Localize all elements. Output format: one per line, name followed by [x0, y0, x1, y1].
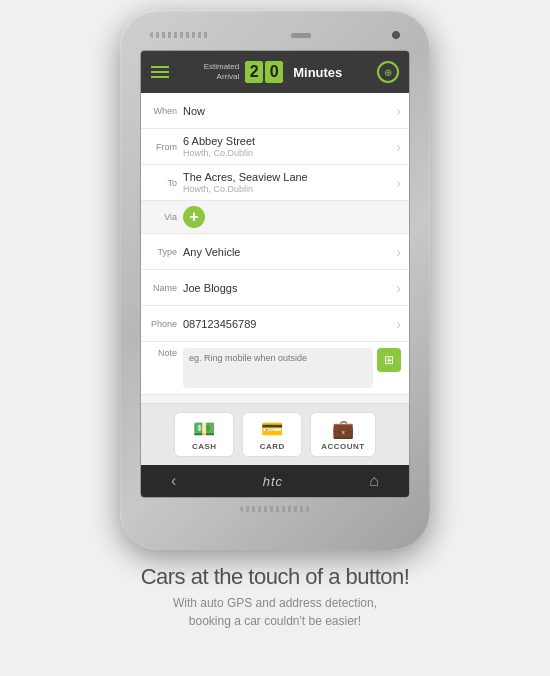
account-button[interactable]: 💼 ACCOUNT — [310, 412, 376, 457]
note-send-button[interactable]: ⊞ — [377, 348, 401, 372]
phone-content: 087123456789 — [183, 318, 396, 330]
when-row[interactable]: When Now › — [141, 93, 409, 129]
when-value: Now — [183, 105, 396, 117]
phone-label: Phone — [149, 319, 183, 329]
type-content: Any Vehicle — [183, 246, 396, 258]
from-sub: Howth, Co.Dublin — [183, 148, 396, 158]
add-via-button[interactable]: + — [183, 206, 205, 228]
via-row: Via + — [141, 201, 409, 234]
name-row[interactable]: Name Joe Bloggs › — [141, 270, 409, 306]
time-display: 2 0 — [245, 61, 283, 83]
via-label: Via — [149, 212, 183, 222]
from-value: 6 Abbey Street — [183, 135, 396, 147]
from-row[interactable]: From 6 Abbey Street Howth, Co.Dublin › — [141, 129, 409, 165]
to-sub: Howth, Co.Dublin — [183, 184, 396, 194]
when-content: Now — [183, 105, 396, 117]
phone-screen: EstimatedArrival 2 0 Minutes ⊕ When Now … — [140, 50, 410, 498]
form-area: When Now › From 6 Abbey Street Howth, Co… — [141, 93, 409, 403]
bottom-speaker — [240, 506, 310, 512]
note-input[interactable] — [183, 348, 373, 388]
app-header: EstimatedArrival 2 0 Minutes ⊕ — [141, 51, 409, 93]
phone-top — [130, 24, 420, 46]
card-label: CARD — [260, 442, 285, 451]
type-value: Any Vehicle — [183, 246, 396, 258]
to-arrow: › — [396, 175, 401, 191]
minutes-label: Minutes — [293, 65, 342, 80]
gps-icon[interactable]: ⊕ — [377, 61, 399, 83]
when-arrow: › — [396, 103, 401, 119]
type-arrow: › — [396, 244, 401, 260]
time-digit-tens: 2 — [245, 61, 263, 83]
from-label: From — [149, 142, 183, 152]
card-icon: 💳 — [261, 418, 283, 440]
phone-row[interactable]: Phone 087123456789 › — [141, 306, 409, 342]
menu-button[interactable] — [151, 66, 169, 78]
when-label: When — [149, 106, 183, 116]
promo-subtext: With auto GPS and address detection, boo… — [141, 594, 410, 630]
from-content: 6 Abbey Street Howth, Co.Dublin — [183, 135, 396, 158]
note-label: Note — [149, 348, 183, 358]
name-arrow: › — [396, 280, 401, 296]
name-label: Name — [149, 283, 183, 293]
account-icon: 💼 — [332, 418, 354, 440]
payment-footer: 💵 CASH 💳 CARD 💼 ACCOUNT — [141, 403, 409, 465]
promo-headline: Cars at the touch of a button! — [141, 564, 410, 590]
cash-button[interactable]: 💵 CASH — [174, 412, 234, 457]
name-content: Joe Bloggs — [183, 282, 396, 294]
nav-bar: ‹ htc ⌂ — [141, 465, 409, 497]
phone-arrow: › — [396, 316, 401, 332]
to-row[interactable]: To The Acres, Seaview Lane Howth, Co.Dub… — [141, 165, 409, 201]
type-label: Type — [149, 247, 183, 257]
time-digit-ones: 0 — [265, 61, 283, 83]
front-camera — [392, 31, 400, 39]
sensor — [291, 33, 311, 38]
header-center: EstimatedArrival 2 0 Minutes — [204, 61, 343, 83]
cash-icon: 💵 — [193, 418, 215, 440]
type-row[interactable]: Type Any Vehicle › — [141, 234, 409, 270]
send-icon: ⊞ — [384, 353, 394, 367]
phone-shell: EstimatedArrival 2 0 Minutes ⊕ When Now … — [120, 10, 430, 550]
device-brand: htc — [263, 474, 283, 489]
home-button[interactable]: ⌂ — [369, 472, 379, 490]
promo-subtext-line2: booking a car couldn't be easier! — [189, 614, 361, 628]
phone-value: 087123456789 — [183, 318, 396, 330]
estimated-label: EstimatedArrival — [204, 62, 240, 81]
to-value: The Acres, Seaview Lane — [183, 171, 396, 183]
top-speaker — [150, 32, 210, 38]
back-button[interactable]: ‹ — [171, 472, 176, 490]
from-arrow: › — [396, 139, 401, 155]
name-value: Joe Bloggs — [183, 282, 396, 294]
card-button[interactable]: 💳 CARD — [242, 412, 302, 457]
to-content: The Acres, Seaview Lane Howth, Co.Dublin — [183, 171, 396, 194]
note-row: Note ⊞ — [141, 342, 409, 395]
to-label: To — [149, 178, 183, 188]
phone-bottom — [130, 498, 420, 514]
promo-section: Cars at the touch of a button! With auto… — [121, 550, 430, 630]
promo-subtext-line1: With auto GPS and address detection, — [173, 596, 377, 610]
cash-label: CASH — [192, 442, 217, 451]
account-label: ACCOUNT — [321, 442, 365, 451]
